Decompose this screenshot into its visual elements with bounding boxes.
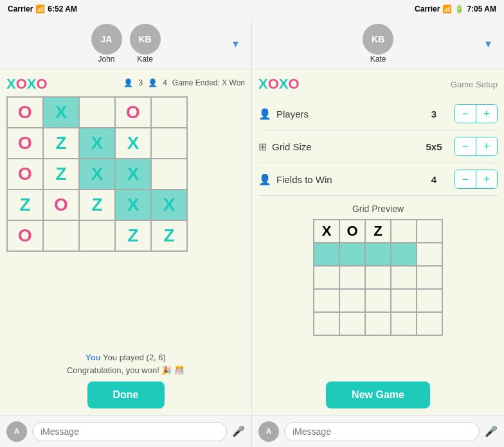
fieldstowin-label: Fields to Win	[276, 174, 421, 185]
fieldstowin-increment[interactable]: +	[476, 170, 497, 188]
message-area: You You played (2, 6) Congratulation, yo…	[6, 351, 245, 376]
fieldstowin-decrement[interactable]: −	[455, 170, 476, 188]
preview-cell	[365, 312, 391, 335]
header: JA John KB Kate ▾ KB Kate ▾	[0, 18, 504, 69]
game-cell[interactable]: Z	[43, 128, 79, 159]
preview-cell-header: X	[314, 220, 339, 243]
game-cell[interactable]: X	[43, 97, 79, 128]
players-increment[interactable]: +	[476, 105, 497, 123]
imessage-bar: A 🎤 A 🎤	[0, 415, 504, 447]
imessage-left: A 🎤	[0, 416, 252, 447]
game-cell[interactable]	[43, 220, 79, 251]
game-cell[interactable]	[79, 220, 115, 251]
imessage-input-right[interactable]	[284, 422, 480, 441]
game-cell[interactable]: X	[79, 128, 115, 159]
players-count: 3	[138, 78, 143, 87]
game-cell[interactable]: O	[7, 220, 43, 251]
mic-icon-left[interactable]: 🎤	[232, 425, 245, 437]
avatar-john: JA	[91, 24, 122, 55]
left-header: JA John KB Kate ▾	[0, 18, 252, 69]
done-button[interactable]: Done	[87, 381, 165, 408]
game-cell[interactable]: O	[115, 97, 151, 128]
you-text: You	[86, 353, 101, 362]
battery-icon: 🔋	[455, 4, 464, 13]
xoxo-title-left: XOXO	[6, 76, 48, 92]
chevron-down-icon-right[interactable]: ▾	[485, 37, 491, 51]
preview-cell-header: Z	[365, 220, 391, 243]
preview-cell	[417, 243, 442, 266]
preview-cell-header	[417, 220, 442, 243]
name-kate-right: Kate	[370, 55, 386, 64]
preview-cell	[339, 266, 365, 289]
fieldstowin-value: 4	[421, 174, 447, 185]
preview-cell	[314, 266, 339, 289]
game-cell[interactable]	[151, 159, 187, 189]
left-panel: XOXO 👤 3 👤 4 Game Ended: X Won OXOOZXXOZ…	[0, 69, 252, 415]
imessage-input-left[interactable]	[32, 422, 227, 441]
name-kate-left: Kate	[137, 55, 153, 64]
game-cell[interactable]: X	[79, 159, 115, 189]
game-cell[interactable]: O	[7, 97, 43, 128]
preview-cell	[314, 289, 339, 312]
game-cell[interactable]	[151, 97, 187, 128]
preview-cell	[391, 243, 417, 266]
grid-icon: ⊞	[258, 141, 267, 153]
chevron-down-icon-left[interactable]: ▾	[233, 37, 239, 51]
game-cell[interactable]: O	[7, 159, 43, 189]
game-cell[interactable]: Z	[7, 189, 43, 220]
game-status: Game Ended: X Won	[172, 78, 245, 87]
avatar-kate-left: KB	[130, 24, 161, 55]
game-cell[interactable]: Z	[151, 220, 187, 251]
players-stepper: − +	[455, 104, 498, 123]
preview-cell-header	[391, 220, 417, 243]
wifi-icon-right: 📶	[442, 4, 452, 13]
fieldstowin-setup-row: 👤 Fields to Win 4 − +	[258, 163, 498, 196]
left-carrier: Carrier	[8, 4, 33, 13]
fields-count: 4	[163, 78, 167, 87]
gridsize-decrement[interactable]: −	[455, 137, 476, 155]
preview-cell	[339, 289, 365, 312]
gridsize-setup-row: ⊞ Grid Size 5x5 − +	[258, 130, 498, 163]
player-kate-left: KB Kate	[130, 24, 161, 64]
imessage-avatar-left: A	[6, 421, 27, 442]
game-cell[interactable]: X	[115, 189, 151, 220]
preview-cell	[339, 312, 365, 335]
game-cell[interactable]: X	[115, 159, 151, 189]
game-cell[interactable]: X	[115, 128, 151, 159]
game-cell[interactable]: Z	[115, 220, 151, 251]
game-cell[interactable]: O	[43, 189, 79, 220]
right-panel: XOXO Game Setup 👤 Players 3 − + ⊞ Grid S…	[252, 69, 504, 415]
gridsize-value: 5x5	[421, 141, 447, 152]
preview-cell	[365, 243, 391, 266]
game-grid-container: OXOOZXXOZXXZOZXXOZZ	[6, 96, 245, 346]
status-bar: Carrier 📶 6:52 AM Carrier 📶 🔋 7:05 AM	[0, 0, 504, 18]
preview-cell	[365, 266, 391, 289]
preview-cell-header: O	[339, 220, 365, 243]
mic-icon-right[interactable]: 🎤	[485, 425, 498, 437]
name-john: John	[98, 55, 114, 64]
player-john: JA John	[91, 24, 122, 64]
gridsize-increment[interactable]: +	[476, 137, 497, 155]
new-game-button[interactable]: New Game	[326, 381, 430, 408]
game-info: 👤 3 👤 4 Game Ended: X Won	[123, 78, 245, 87]
game-setup-label: Game Setup	[451, 80, 498, 89]
preview-cell	[314, 243, 339, 266]
grid-preview-title: Grid Preview	[258, 204, 498, 214]
fieldstowin-stepper: − +	[455, 170, 498, 189]
preview-cell	[391, 289, 417, 312]
play-message: You played (2, 6)	[103, 353, 166, 362]
players-decrement[interactable]: −	[455, 105, 476, 123]
player-kate-right: KB Kate	[363, 24, 393, 64]
game-cell[interactable]	[79, 97, 115, 128]
imessage-right: A 🎤	[252, 416, 504, 447]
fields-icon: 👤	[258, 173, 271, 186]
game-cell[interactable]	[151, 128, 187, 159]
game-cell[interactable]: Z	[43, 159, 79, 189]
game-cell[interactable]: X	[151, 189, 187, 220]
congratulation-text: Congratulation, you won! 🎉 🎊	[6, 364, 245, 377]
wifi-icon: 📶	[35, 4, 45, 13]
game-cell[interactable]: Z	[79, 189, 115, 220]
preview-cell	[417, 312, 442, 335]
avatar-kate-right: KB	[363, 24, 393, 55]
game-cell[interactable]: O	[7, 128, 43, 159]
